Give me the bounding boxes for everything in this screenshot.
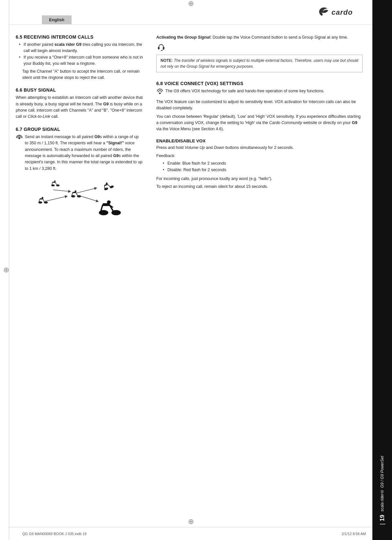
vox-wifi-icon [156, 89, 163, 97]
cardo-bird-icon [318, 6, 330, 19]
section-68-body1: The VOX feature can be customized to adj… [156, 99, 363, 112]
reject-call-text: To reject an incoming call, remain silen… [156, 184, 363, 190]
footer-right-text: 2/1/12 8:56 AM [342, 532, 366, 536]
activating-group-signal: Activating the Group Signal: Double tap … [156, 34, 363, 75]
pipe-separator: | [379, 523, 386, 525]
section-66-body: When attempting to establish an Intercom… [16, 95, 143, 120]
section-67-heading: 6.7 GROUP SIGNAL [16, 127, 143, 132]
page-number: 19 [379, 515, 386, 521]
section-68-intro-text: The G9 offers VOX technology for safe an… [165, 88, 324, 94]
svg-point-20 [75, 190, 76, 192]
illustration-area [16, 182, 143, 224]
language-tab: English [42, 15, 72, 24]
enable-vox-body: Press and hold Volume Up and Down button… [156, 145, 363, 151]
bullet-1: If another paired scala rider G9 tries c… [19, 42, 143, 54]
svg-point-16 [42, 197, 43, 199]
svg-point-29 [159, 93, 161, 94]
bullet-2: If you receive a "One+8" intercom call f… [19, 54, 143, 67]
section-67-text: Send an instant message to all paired G9… [25, 134, 143, 172]
section-67: 6.7 GROUP SIGNAL Send an instant message… [16, 127, 143, 172]
model-text: scala rider® G9 / G9 PowerSet [380, 456, 384, 512]
top-bar: English cardo ⊕ [9, 0, 372, 25]
right-column: Activating the Group Signal: Double tap … [150, 31, 369, 524]
section-65-bullets: If another paired scala rider G9 tries c… [19, 42, 143, 67]
svg-line-21 [53, 190, 70, 191]
section-65-tap-text: Tap the Channel "A" button to accept the… [22, 68, 143, 81]
top-crosshair-icon: ⊕ [188, 0, 194, 7]
cardo-logo: cardo [318, 6, 353, 19]
incoming-calls-text: For incoming calls, just pronounce loudl… [156, 176, 363, 182]
left-column: 6.5 RECEIVING INTERCOM CALLS If another … [12, 31, 150, 524]
svg-rect-25 [158, 47, 160, 49]
feedback-disable: Disable: Red flash for 2 seconds [163, 167, 363, 173]
svg-line-23 [76, 188, 96, 193]
voice-command-icon [156, 43, 166, 52]
section-68-heading: 6.8 VOICE CONNECT (VOX) SETTINGS [156, 81, 363, 86]
svg-line-24 [79, 196, 97, 201]
svg-point-12 [54, 181, 56, 182]
section-68-body2: You can choose between 'Regular' (defaul… [156, 114, 363, 133]
section-enable-vox: ENABLE/DISABLE VOX Press and hold Volume… [156, 138, 363, 190]
svg-rect-7 [104, 184, 108, 186]
bottom-footer: QG G9 MAN00069 BOOK J 035.indb 19 2/1/12… [9, 527, 372, 540]
enable-vox-heading: ENABLE/DISABLE VOX [156, 138, 363, 143]
left-border-strip: ⊕ [0, 0, 9, 540]
note-box: NOTE: The transfer of wireless signals i… [156, 55, 363, 72]
svg-line-22 [45, 196, 66, 201]
activating-text: Activating the Group Signal: Double tap … [156, 34, 363, 41]
section-65: 6.5 RECEIVING INTERCOM CALLS If another … [16, 34, 143, 81]
section-68: 6.8 VOICE CONNECT (VOX) SETTINGS The G9 … [156, 81, 363, 132]
feedback-enable: Enable: Blue flash for 2 seconds [163, 160, 363, 167]
content-area: 6.5 RECEIVING INTERCOM CALLS If another … [9, 25, 372, 527]
section-66: 6.6 BUSY SIGNAL When attempting to estab… [16, 87, 143, 120]
note-label: NOTE: [161, 58, 174, 63]
page-wrapper: English cardo ⊕ 6.5 RECEIVING INTERCOM C… [9, 0, 372, 540]
feedback-list: Enable: Blue flash for 2 seconds Disable… [163, 160, 363, 173]
moto-illustration [34, 180, 125, 226]
section-65-heading: 6.5 RECEIVING INTERCOM CALLS [16, 34, 143, 40]
brand-name: cardo [332, 8, 353, 17]
left-crosshair-icon: ⊕ [3, 266, 9, 274]
bottom-crosshair-icon: ⊕ [188, 518, 194, 525]
section-68-intro: The G9 offers VOX technology for safe an… [156, 88, 363, 97]
feedback-label: Feedback: [156, 153, 363, 159]
svg-point-0 [18, 137, 20, 139]
page-number-box: | 19 [379, 515, 386, 527]
section-67-intro: Send an instant message to all paired G9… [16, 134, 143, 172]
group-signal-icon [16, 135, 23, 142]
svg-point-4 [107, 200, 111, 204]
footer-left-text: QG G9 MAN00069 BOOK J 035.indb 19 [22, 532, 87, 536]
section-66-heading: 6.6 BUSY SIGNAL [16, 87, 143, 93]
note-body: The transfer of wireless signals is subj… [161, 58, 358, 69]
right-sidebar: scala rider® G9 / G9 PowerSet | 19 [372, 0, 392, 540]
